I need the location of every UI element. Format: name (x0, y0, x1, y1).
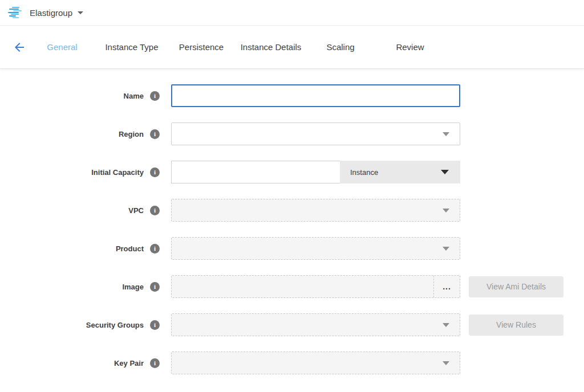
info-icon[interactable]: i (150, 206, 160, 215)
tab-scaling[interactable]: Scaling (306, 42, 375, 52)
chevron-down-icon (441, 170, 449, 174)
info-icon[interactable]: i (150, 320, 160, 330)
region-label: Region (119, 130, 144, 138)
chevron-down-icon (443, 209, 449, 213)
vpc-label: VPC (128, 206, 144, 215)
vpc-select[interactable] (171, 199, 460, 222)
product-label: Product (116, 244, 144, 253)
tab-instance-type[interactable]: Instance Type (97, 42, 167, 52)
chevron-down-icon (443, 247, 449, 251)
form-row-name: Name i (0, 84, 584, 107)
form-row-region: Region i (0, 122, 584, 145)
security-groups-label: Security Groups (86, 321, 144, 329)
form-row-product: Product i (0, 237, 584, 260)
image-picker-value[interactable] (172, 276, 433, 297)
security-groups-select[interactable] (171, 313, 460, 336)
form-row-initial-capacity: Initial Capacity i Instance (0, 161, 584, 183)
wizard-tabbar: General Instance Type Persistence Instan… (0, 26, 584, 69)
back-arrow-icon[interactable] (11, 40, 27, 54)
name-label: Name (124, 92, 144, 100)
chevron-down-icon[interactable] (78, 11, 83, 14)
general-form: Name i Region i Initial Capacity i (0, 69, 584, 374)
info-icon[interactable]: i (150, 358, 160, 368)
key-pair-select[interactable] (171, 352, 460, 374)
region-select[interactable] (171, 122, 460, 145)
chevron-down-icon (443, 132, 449, 136)
info-icon[interactable]: i (150, 129, 160, 139)
form-row-vpc: VPC i (0, 199, 584, 222)
initial-capacity-input[interactable] (171, 161, 340, 183)
image-browse-button[interactable]: ... (433, 276, 460, 297)
tab-persistence[interactable]: Persistence (167, 42, 236, 52)
app-name[interactable]: Elastigroup (30, 8, 72, 18)
info-icon[interactable]: i (150, 244, 160, 254)
image-label: Image (122, 283, 144, 291)
product-select[interactable] (171, 237, 460, 260)
view-rules-button[interactable]: View Rules (469, 315, 563, 336)
topbar: Elastigroup (0, 0, 584, 26)
tab-instance-details[interactable]: Instance Details (236, 42, 306, 52)
info-icon[interactable]: i (150, 282, 160, 292)
capacity-unit-select[interactable]: Instance (340, 161, 460, 183)
elastigroup-logo-icon (8, 6, 23, 19)
form-row-security-groups: Security Groups i View Rules (0, 313, 584, 336)
info-icon[interactable]: i (150, 168, 160, 177)
initial-capacity-label: Initial Capacity (91, 168, 144, 177)
form-row-image: Image i ... View Ami Details (0, 275, 584, 298)
tab-general[interactable]: General (27, 42, 97, 52)
view-ami-details-button[interactable]: View Ami Details (469, 276, 563, 297)
chevron-down-icon (443, 361, 449, 365)
tab-review[interactable]: Review (375, 42, 445, 52)
info-icon[interactable]: i (150, 91, 160, 101)
chevron-down-icon (443, 323, 449, 327)
form-row-key-pair: Key Pair i (0, 352, 584, 374)
image-picker-field: ... (171, 275, 460, 298)
name-input[interactable] (171, 84, 460, 107)
capacity-unit-value: Instance (350, 168, 378, 177)
key-pair-label: Key Pair (114, 359, 144, 368)
